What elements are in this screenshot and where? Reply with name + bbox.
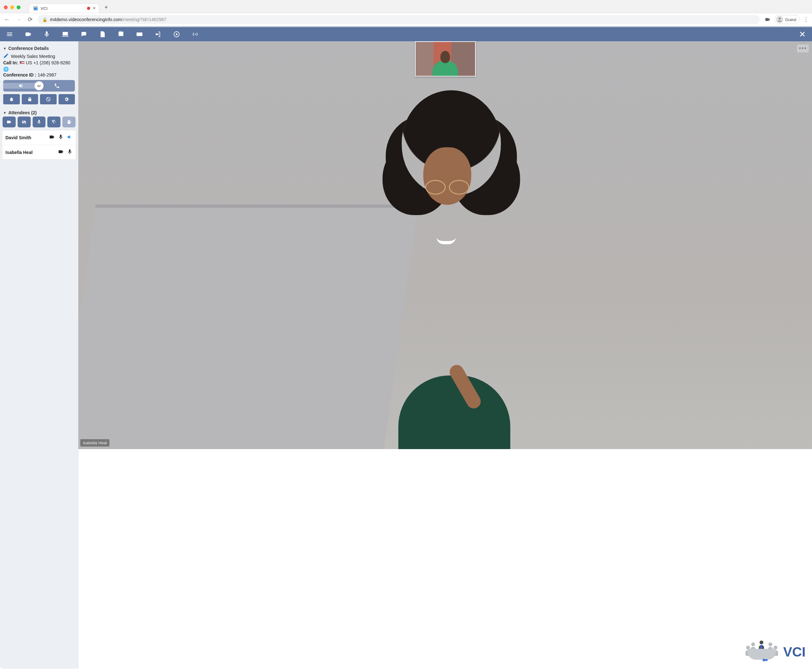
audio-computer-option[interactable] <box>3 83 39 89</box>
profile-label: Guest <box>785 17 796 22</box>
video-button[interactable] <box>22 29 35 39</box>
raise-hand-button[interactable] <box>62 116 75 128</box>
audio-mode-toggle[interactable]: or <box>3 80 75 92</box>
mic-icon <box>67 149 73 156</box>
chevron-down-icon: ▼ <box>3 47 7 50</box>
svg-point-2 <box>176 33 178 35</box>
all-camera-off-button[interactable] <box>18 116 31 128</box>
all-mic-off-button[interactable] <box>47 116 60 128</box>
url-host: m4demo.videoconferencinginfo.com <box>50 17 122 22</box>
call-in-row: Call In: US +1 (206) 928-9280 🌐 <box>3 60 75 72</box>
nav-back-button[interactable]: ← <box>3 16 11 24</box>
pip-scene <box>416 42 475 76</box>
brand-logo: ⬅ VCI <box>744 639 805 665</box>
window-close-icon[interactable] <box>4 5 8 9</box>
invite-button[interactable] <box>133 29 146 39</box>
speaker-icon <box>67 134 73 141</box>
brand-text: VCI <box>783 644 805 660</box>
settings-button[interactable] <box>59 94 75 104</box>
all-mic-on-button[interactable] <box>33 116 46 128</box>
block-button[interactable] <box>40 94 57 104</box>
browser-menu-button[interactable]: ⋮ <box>803 16 809 23</box>
sidebar: ▼ Conference Details Weekly Sales Meetin… <box>0 41 78 669</box>
meeting-name[interactable]: Weekly Sales Meeting <box>3 53 75 59</box>
favicon-icon: 👥 <box>33 6 38 11</box>
mic-icon <box>58 134 64 141</box>
video-stage: David Smith ••• Isabella Heal <box>78 41 812 669</box>
conference-id-row: Conference ID : 146-2987 <box>3 72 75 77</box>
tab-close-button[interactable]: × <box>93 6 96 11</box>
url-path: /meeting/?id=1462987 <box>122 17 166 22</box>
conference-details-header[interactable]: ▼ Conference Details <box>2 43 76 52</box>
record-button[interactable] <box>170 29 183 39</box>
app-toolbar: ✕ <box>0 27 812 41</box>
brand-mark-icon: ⬅ <box>744 639 779 665</box>
new-tab-button[interactable]: + <box>102 3 111 12</box>
edit-icon[interactable] <box>3 53 9 59</box>
toggle-or-label: or <box>35 81 44 90</box>
close-app-button[interactable]: ✕ <box>796 29 809 39</box>
flag-us-icon <box>20 61 25 65</box>
profile-chip[interactable]: Guest <box>775 15 800 24</box>
leave-button[interactable] <box>152 29 164 39</box>
window-controls[interactable] <box>0 5 24 9</box>
attendee-row[interactable]: David Smith <box>2 130 76 145</box>
tab-title: VCI <box>40 6 84 11</box>
window-minimize-icon[interactable] <box>10 5 14 9</box>
chat-button[interactable] <box>77 29 90 39</box>
nav-forward-button: → <box>15 16 22 24</box>
video-options-button[interactable]: ••• <box>797 44 809 52</box>
browser-tab[interactable]: 👥 VCI × <box>29 3 99 13</box>
lock-button[interactable] <box>22 94 39 104</box>
main-scene <box>78 41 812 449</box>
attendee-row[interactable]: Isabella Heal <box>2 145 76 160</box>
media-button[interactable] <box>114 29 128 39</box>
lock-icon: 🔒 <box>42 17 47 22</box>
pip-video[interactable]: David Smith <box>415 41 476 77</box>
svg-point-0 <box>779 18 781 20</box>
all-camera-on-button[interactable] <box>3 116 16 128</box>
attendees-header[interactable]: ▼ Attendees (2) <box>2 108 76 116</box>
camera-icon <box>49 134 55 141</box>
window-maximize-icon[interactable] <box>17 5 20 9</box>
avatar-icon <box>776 16 783 23</box>
menu-button[interactable] <box>3 29 16 39</box>
screen-share-button[interactable] <box>59 29 72 39</box>
notify-button[interactable] <box>3 94 20 104</box>
camera-icon <box>58 149 64 156</box>
globe-icon[interactable]: 🌐 <box>3 67 8 72</box>
chevron-down-icon: ▼ <box>3 111 7 114</box>
notes-button[interactable] <box>96 29 109 39</box>
main-name-label: Isabella Heal <box>80 439 109 447</box>
audio-phone-option[interactable] <box>39 83 75 89</box>
camera-indicator-icon[interactable] <box>764 16 772 24</box>
nav-reload-button[interactable]: ⟳ <box>26 16 34 24</box>
recording-indicator-icon <box>87 7 90 10</box>
main-video[interactable]: ••• Isabella Heal <box>78 41 812 449</box>
microphone-button[interactable] <box>40 29 53 39</box>
broadcast-button[interactable] <box>189 29 201 39</box>
address-bar[interactable]: 🔒 m4demo.videoconferencinginfo.com/meeti… <box>38 15 760 24</box>
